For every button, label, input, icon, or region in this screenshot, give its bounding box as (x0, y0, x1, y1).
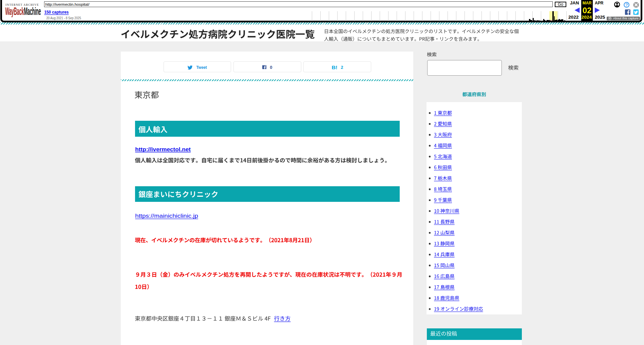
svg-text:http://ivermectol.net: http://ivermectol.net (135, 146, 191, 153)
svg-text:150 captures: 150 captures (44, 10, 69, 15)
svg-text:2022: 2022 (568, 15, 579, 20)
svg-text:20 Aug 2021 - 8 Sep 2025: 20 Aug 2021 - 8 Sep 2025 (46, 16, 81, 20)
svg-text:Go: Go (558, 2, 563, 7)
svg-text:http://ivermectin.hospital/: http://ivermectin.hospital/ (45, 2, 90, 6)
svg-text:JAN: JAN (570, 0, 579, 5)
svg-text:B!: B! (332, 64, 337, 70)
svg-text:APR: APR (595, 0, 604, 5)
svg-text:?: ? (625, 3, 628, 7)
svg-text:0: 0 (270, 65, 272, 70)
svg-text:2: 2 (341, 65, 343, 70)
svg-text:02: 02 (583, 6, 592, 15)
svg-text:About this capture: About this capture (613, 16, 639, 20)
svg-text:https://mainichiclinic.jp: https://mainichiclinic.jp (135, 213, 198, 219)
svg-text:WayBackMachine: WayBackMachine (5, 5, 41, 17)
svg-text:2024: 2024 (582, 15, 592, 20)
svg-text:Tweet: Tweet (196, 65, 207, 70)
svg-text:MAR: MAR (583, 0, 592, 5)
svg-text:2025: 2025 (595, 15, 605, 20)
